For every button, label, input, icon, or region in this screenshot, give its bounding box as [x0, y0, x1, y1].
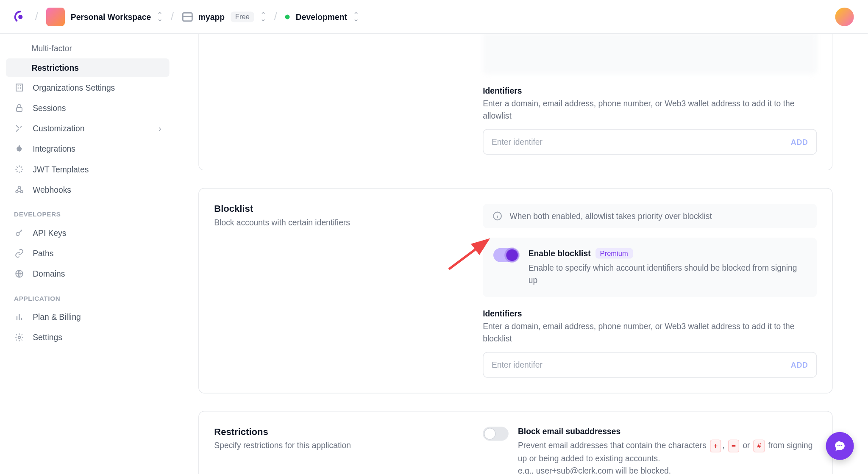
sidebar-section-application: APPLICATION: [0, 284, 175, 306]
separator-icon: /: [274, 11, 277, 23]
blurred-content: [483, 34, 817, 74]
allowlist-identifier-input[interactable]: [492, 137, 791, 147]
lock-icon: [14, 103, 25, 114]
sidebar-item-paths[interactable]: Paths: [0, 244, 175, 263]
block-subaddress-label: Block email subaddresses: [518, 427, 620, 436]
app-name: myapp: [198, 12, 225, 21]
code-chip: +: [710, 440, 721, 452]
sidebar-item-label: Domains: [33, 269, 65, 278]
updown-icon: ⌃⌄: [157, 13, 163, 20]
option-title-row: Enable blocklist Premium: [529, 248, 807, 259]
app-icon: [182, 12, 192, 21]
code-chip: #: [754, 440, 765, 452]
breadcrumb: / Personal Workspace ⌃⌄ / myapp Free ⌃⌄ …: [14, 7, 359, 26]
sidebar: Multi-factor Restrictions Organizations …: [0, 34, 175, 474]
info-banner: When both enabled, allowlist takes prior…: [483, 204, 817, 228]
info-icon: [492, 211, 503, 221]
svg-point-4: [20, 191, 23, 193]
building-icon: [14, 82, 25, 93]
updown-icon: ⌃⌄: [260, 13, 266, 20]
sparkle-icon: [14, 164, 25, 175]
environment-selector[interactable]: Development ⌃⌄: [285, 12, 359, 21]
logo-icon[interactable]: [14, 10, 27, 23]
allowlist-add-button[interactable]: ADD: [791, 138, 808, 147]
sidebar-item-label: Customization: [33, 124, 150, 133]
sidebar-item-restrictions[interactable]: Restrictions: [6, 58, 170, 77]
content-area: Identifiers Enter a domain, email addres…: [175, 34, 868, 474]
restrictions-desc: Specify restrictions for this applicatio…: [214, 441, 460, 450]
svg-point-13: [839, 445, 840, 446]
svg-point-8: [18, 336, 21, 339]
blocklist-identifier-input-row: ADD: [483, 352, 817, 378]
workspace-avatar: [46, 7, 65, 26]
svg-point-12: [837, 445, 839, 446]
enable-blocklist-option: Enable blocklist Premium Enable to speci…: [483, 238, 817, 297]
sidebar-item-customization[interactable]: Customization ›: [0, 119, 175, 139]
block-subaddress-toggle[interactable]: [483, 427, 509, 441]
chevron-right-icon: ›: [159, 124, 161, 133]
enable-blocklist-toggle[interactable]: [493, 248, 519, 262]
blocklist-identifier-input[interactable]: [492, 360, 791, 369]
plan-badge: Free: [231, 11, 254, 22]
workspace-name: Personal Workspace: [71, 12, 151, 21]
sidebar-item-integrations[interactable]: Integrations: [0, 139, 175, 159]
link-icon: [14, 248, 25, 259]
app-selector[interactable]: myapp Free ⌃⌄: [182, 11, 266, 22]
allowlist-card: Identifiers Enter a domain, email addres…: [199, 34, 833, 170]
sidebar-item-label: Restrictions: [31, 63, 79, 72]
chat-icon: [833, 440, 846, 452]
svg-rect-1: [16, 84, 22, 91]
sidebar-item-multifactor[interactable]: Multi-factor: [0, 39, 175, 58]
environment-name: Development: [296, 12, 347, 21]
sidebar-item-label: API Keys: [33, 228, 66, 238]
svg-point-3: [16, 191, 18, 193]
identifiers-title: Identifiers: [483, 86, 817, 95]
sidebar-item-organizations[interactable]: Organizations Settings: [0, 78, 175, 97]
updown-icon: ⌃⌄: [353, 13, 359, 20]
sidebar-item-webhooks[interactable]: Webhooks: [0, 180, 175, 200]
blocklist-add-button[interactable]: ADD: [791, 360, 808, 369]
status-dot-icon: [285, 14, 290, 19]
sidebar-item-label: Integrations: [33, 144, 75, 153]
premium-badge: Premium: [595, 248, 633, 259]
sidebar-item-billing[interactable]: Plan & Billing: [0, 307, 175, 327]
separator-icon: /: [35, 11, 38, 23]
chat-button[interactable]: [826, 432, 854, 460]
blocklist-card: Blocklist Block accounts with certain id…: [199, 188, 833, 394]
blocklist-desc: Block accounts with certain identifiers: [214, 218, 460, 227]
workspace-selector[interactable]: Personal Workspace ⌃⌄: [46, 7, 163, 26]
sidebar-item-label: Webhooks: [33, 185, 71, 194]
restrictions-title: Restrictions: [214, 427, 460, 437]
identifiers-desc: Enter a domain, email address, phone num…: [483, 97, 817, 122]
sidebar-item-jwt[interactable]: JWT Templates: [0, 159, 175, 179]
option-title-row: Block email subaddresses: [518, 427, 817, 436]
block-subaddress-desc: Prevent email addresses that contain the…: [518, 440, 817, 474]
sidebar-item-label: Paths: [33, 249, 53, 258]
gear-icon: [14, 332, 25, 343]
code-chip: =: [728, 440, 740, 452]
svg-point-14: [841, 445, 843, 446]
user-avatar[interactable]: [835, 7, 854, 26]
identifiers-title: Identifiers: [483, 309, 817, 318]
allowlist-identifier-input-row: ADD: [483, 129, 817, 155]
page-header: / Personal Workspace ⌃⌄ / myapp Free ⌃⌄ …: [0, 0, 868, 34]
sidebar-item-label: Settings: [33, 333, 62, 342]
enable-blocklist-label: Enable blocklist: [529, 249, 591, 258]
globe-icon: [14, 269, 25, 279]
sidebar-item-label: Plan & Billing: [33, 312, 81, 322]
sidebar-item-sessions[interactable]: Sessions: [0, 98, 175, 118]
sidebar-section-developers: DEVELOPERS: [0, 200, 175, 222]
separator-icon: /: [171, 11, 174, 23]
svg-point-6: [16, 233, 19, 236]
svg-rect-2: [17, 108, 22, 111]
identifiers-desc: Enter a domain, email address, phone num…: [483, 321, 817, 345]
webhook-icon: [14, 184, 25, 195]
sidebar-item-label: Multi-factor: [31, 44, 72, 53]
blocklist-title: Blocklist: [214, 204, 460, 214]
bars-icon: [14, 312, 25, 322]
sidebar-item-domains[interactable]: Domains: [0, 264, 175, 284]
enable-blocklist-desc: Enable to specify which account identifi…: [529, 262, 807, 287]
sidebar-item-label: JWT Templates: [33, 165, 89, 174]
sidebar-item-apikeys[interactable]: API Keys: [0, 223, 175, 243]
sidebar-item-settings[interactable]: Settings: [0, 327, 175, 347]
